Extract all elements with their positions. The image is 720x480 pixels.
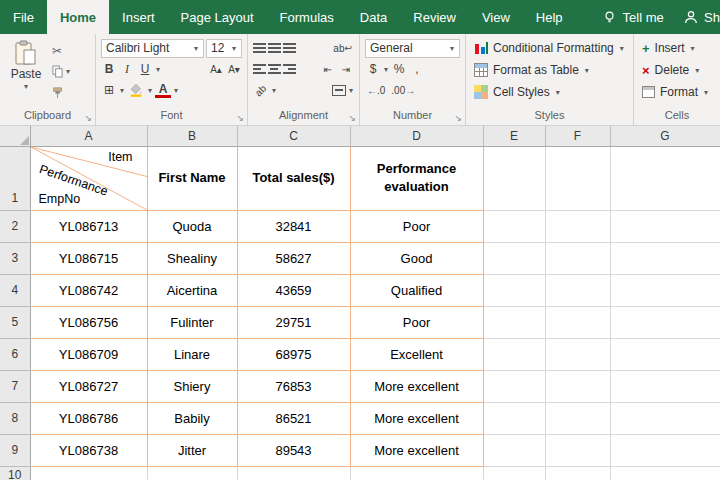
- insert-cells-button[interactable]: + Insert ▾: [637, 37, 717, 59]
- cell-empno[interactable]: YL086715: [30, 242, 147, 274]
- tab-review[interactable]: Review: [400, 0, 469, 34]
- cell-B1-header[interactable]: First Name: [147, 146, 237, 210]
- empty-cell[interactable]: [610, 242, 720, 274]
- tab-file[interactable]: File: [0, 0, 47, 34]
- empty-cell[interactable]: [545, 370, 610, 402]
- cell-first-name[interactable]: Quoda: [147, 210, 237, 242]
- increase-font-size-button[interactable]: A▴: [208, 60, 224, 78]
- comma-style-button[interactable]: ,: [409, 60, 425, 78]
- empty-cell[interactable]: [610, 370, 720, 402]
- row-header[interactable]: 3: [0, 242, 30, 274]
- empty-cell[interactable]: [483, 434, 545, 466]
- select-all-corner[interactable]: [0, 126, 30, 146]
- cell-total-sales[interactable]: 43659: [237, 274, 350, 306]
- row-header[interactable]: 8: [0, 402, 30, 434]
- empty-cell[interactable]: [545, 338, 610, 370]
- paste-button[interactable]: Paste ▾: [3, 37, 49, 108]
- cell-empno[interactable]: YL086727: [30, 370, 147, 402]
- empty-cell[interactable]: [610, 146, 720, 210]
- tab-data[interactable]: Data: [347, 0, 400, 34]
- cell-total-sales[interactable]: 68975: [237, 338, 350, 370]
- tab-view[interactable]: View: [469, 0, 523, 34]
- decrease-decimal-button[interactable]: .00→: [389, 81, 417, 99]
- col-header-F[interactable]: F: [545, 126, 610, 146]
- empty-cell[interactable]: [483, 306, 545, 338]
- cell-evaluation[interactable]: More excellent: [350, 434, 483, 466]
- empty-cell[interactable]: [545, 146, 610, 210]
- cell-empno[interactable]: YL086786: [30, 402, 147, 434]
- row-header[interactable]: 9: [0, 434, 30, 466]
- merge-center-button[interactable]: [332, 85, 346, 96]
- empty-cell[interactable]: [610, 306, 720, 338]
- cell-total-sales[interactable]: 29751: [237, 306, 350, 338]
- font-size-select[interactable]: 12 ▾: [206, 39, 242, 58]
- tab-insert[interactable]: Insert: [109, 0, 168, 34]
- row-header[interactable]: 2: [0, 210, 30, 242]
- font-color-caret-icon[interactable]: ▾: [174, 86, 178, 95]
- col-header-G[interactable]: G: [610, 126, 720, 146]
- empty-cell[interactable]: [610, 466, 720, 480]
- empty-cell[interactable]: [545, 274, 610, 306]
- tab-help[interactable]: Help: [523, 0, 576, 34]
- cell-first-name[interactable]: Jitter: [147, 434, 237, 466]
- cell-empno[interactable]: YL086738: [30, 434, 147, 466]
- cell-evaluation[interactable]: Poor: [350, 210, 483, 242]
- cell-empno[interactable]: YL086756: [30, 306, 147, 338]
- empty-cell[interactable]: [350, 466, 483, 480]
- increase-indent-button[interactable]: ⇥: [338, 60, 354, 78]
- decrease-font-size-button[interactable]: A▾: [226, 60, 242, 78]
- empty-cell[interactable]: [545, 402, 610, 434]
- align-bottom-button[interactable]: [283, 43, 296, 53]
- fill-color-caret-icon[interactable]: ▾: [148, 86, 152, 95]
- font-name-select[interactable]: Calibri Light ▾: [101, 39, 204, 58]
- increase-decimal-button[interactable]: ←.0: [365, 81, 387, 99]
- empty-cell[interactable]: [545, 306, 610, 338]
- row-header[interactable]: 7: [0, 370, 30, 402]
- font-dialog-launcher-icon[interactable]: ↘: [236, 114, 244, 123]
- align-top-button[interactable]: [253, 43, 266, 53]
- col-header-E[interactable]: E: [483, 126, 545, 146]
- empty-cell[interactable]: [545, 210, 610, 242]
- cell-styles-button[interactable]: Cell Styles ▾: [469, 81, 630, 103]
- cell-evaluation[interactable]: Qualified: [350, 274, 483, 306]
- cell-first-name[interactable]: Aicertina: [147, 274, 237, 306]
- cell-C1-header[interactable]: Total sales($): [237, 146, 350, 210]
- empty-cell[interactable]: [483, 242, 545, 274]
- row-header[interactable]: 5: [0, 306, 30, 338]
- empty-cell[interactable]: [237, 466, 350, 480]
- format-as-table-button[interactable]: Format as Table ▾: [469, 59, 630, 81]
- tab-formulas[interactable]: Formulas: [267, 0, 347, 34]
- italic-button[interactable]: I: [119, 60, 135, 78]
- copy-button[interactable]: ▾: [49, 62, 74, 81]
- col-header-D[interactable]: D: [350, 126, 483, 146]
- empty-cell[interactable]: [483, 402, 545, 434]
- conditional-formatting-button[interactable]: Conditional Formatting ▾: [469, 37, 630, 59]
- empty-cell[interactable]: [610, 434, 720, 466]
- cell-evaluation[interactable]: More excellent: [350, 402, 483, 434]
- cell-empno[interactable]: YL086709: [30, 338, 147, 370]
- underline-caret-icon[interactable]: ▾: [156, 65, 160, 74]
- clipboard-dialog-launcher-icon[interactable]: ↘: [84, 114, 92, 123]
- cell-evaluation[interactable]: Excellent: [350, 338, 483, 370]
- cell-total-sales[interactable]: 86521: [237, 402, 350, 434]
- align-right-button[interactable]: [283, 64, 296, 74]
- cell-first-name[interactable]: Shiery: [147, 370, 237, 402]
- cell-first-name[interactable]: Shealiny: [147, 242, 237, 274]
- fill-color-button[interactable]: [127, 81, 145, 99]
- cell-total-sales[interactable]: 89543: [237, 434, 350, 466]
- font-color-button[interactable]: A: [155, 83, 171, 98]
- cell-D1-header[interactable]: Performance evaluation: [350, 146, 483, 210]
- decrease-indent-button[interactable]: ⇤: [320, 60, 336, 78]
- empty-cell[interactable]: [610, 338, 720, 370]
- cell-A1-diagonal-header[interactable]: Item Performance EmpNo: [30, 146, 147, 210]
- align-left-button[interactable]: [253, 64, 266, 74]
- merge-caret-icon[interactable]: ▾: [349, 86, 353, 95]
- tell-me-box[interactable]: Tell me: [592, 0, 674, 34]
- col-header-C[interactable]: C: [237, 126, 350, 146]
- cell-first-name[interactable]: Babily: [147, 402, 237, 434]
- empty-cell[interactable]: [483, 370, 545, 402]
- cell-total-sales[interactable]: 32841: [237, 210, 350, 242]
- align-center-button[interactable]: [268, 64, 281, 74]
- row-header-10[interactable]: 10: [0, 466, 30, 480]
- col-header-A[interactable]: A: [30, 126, 147, 146]
